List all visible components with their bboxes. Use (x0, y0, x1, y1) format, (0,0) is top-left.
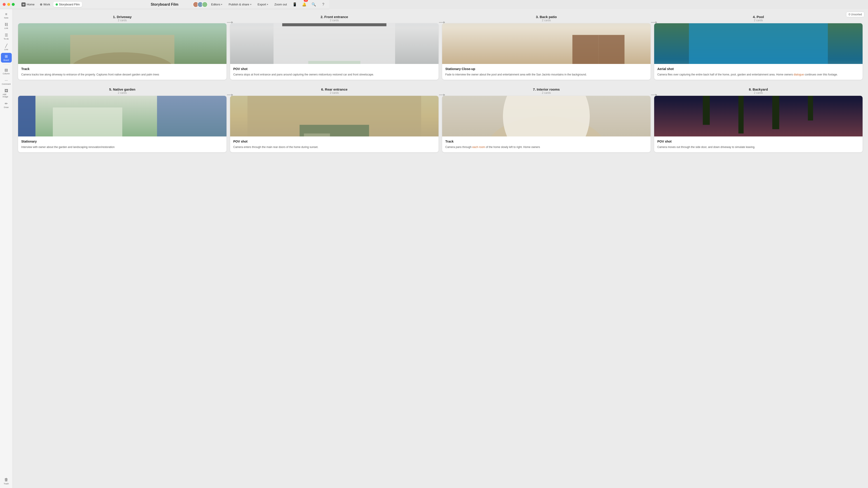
fullscreen-button[interactable] (12, 3, 15, 6)
close-button[interactable] (3, 3, 6, 6)
svg-rect-5 (308, 61, 329, 64)
storyboard-dot-icon (56, 3, 58, 6)
zoom-button[interactable]: Zoom out (273, 2, 288, 7)
export-label: Export (258, 3, 266, 6)
card-content-driveway: Track Camera tracks low along driveway t… (18, 64, 226, 80)
card-content-front: POV shot Camera stops at front entrance … (230, 64, 329, 80)
card-content-garden: Stationary Interview with owner about th… (18, 136, 226, 152)
board-row-1: 1. Driveway 2 cards (16, 13, 329, 84)
column-cardcount-driveway: 2 cards (16, 19, 228, 22)
column-header-garden: 5. Native garden 2 cards (16, 85, 228, 96)
column-title-rear: 6. Rear entrance (228, 88, 329, 91)
arrow-5-6 (227, 95, 232, 95)
card-image-front (230, 23, 329, 64)
card-desc-front: Camera stops at front entrance and pans … (233, 72, 329, 76)
sidebar-item-board[interactable]: ⊞ Board (1, 53, 12, 63)
sidebar-item-comment[interactable]: ··· Comment (1, 77, 12, 87)
board-column-driveway: 1. Driveway 2 cards (16, 13, 228, 84)
help-icon[interactable]: ? (320, 1, 327, 8)
titlebar-actions: Editors ▾ Publish & share ▾ Export ▾ Zoo… (193, 1, 327, 8)
card-desc-driveway: Camera tracks low along driveway to entr… (21, 72, 223, 76)
card-front-1[interactable]: POV shot Camera stops at front entrance … (230, 23, 329, 80)
card-garden-1[interactable]: Stationary Interview with owner about th… (18, 96, 226, 152)
editors-label: Editors (211, 3, 220, 6)
sidebar-label-link: Link (4, 27, 8, 29)
column-title-front: 2. Front entrance (228, 15, 329, 19)
tab-storyboard[interactable]: Storyboard Film (53, 2, 82, 7)
sidebar-label-column: Column (3, 72, 10, 75)
titlebar: M Home Work Storyboard Film Storyboard F… (0, 0, 329, 9)
search-icon[interactable]: 🔍 (311, 1, 317, 8)
card-desc-garden: Interview with owner about the garden an… (21, 145, 223, 149)
board-icon: ⊞ (5, 54, 8, 59)
export-button[interactable]: Export ▾ (256, 2, 270, 7)
card-image-rear (230, 96, 329, 136)
editors-chevron-icon: ▾ (221, 3, 222, 6)
svg-rect-16 (157, 96, 226, 136)
card-image-driveway (18, 23, 226, 64)
main-content: 0 Unsorted 1. Driveway 2 cards (13, 9, 329, 184)
note-icon: ≡ (5, 12, 7, 16)
publish-chevron-icon: ▾ (250, 3, 251, 6)
link-icon: ⛓ (4, 23, 8, 27)
avatar-3 (202, 2, 208, 7)
sidebar-item-draw[interactable]: ✏ Draw (1, 100, 12, 110)
svg-rect-4 (274, 23, 329, 64)
sidebar-item-link[interactable]: ⛓ Link (1, 21, 12, 31)
left-sidebar: ≡ Note ⛓ Link ☰ To-do ╱ Line ⊞ Board ▤ C… (0, 9, 13, 184)
m-icon: M (22, 2, 26, 6)
column-cardcount-rear: 2 cards (228, 91, 329, 94)
notification-icon[interactable]: 🔔 (301, 1, 307, 8)
sidebar-item-note[interactable]: ≡ Note (1, 11, 12, 20)
svg-rect-6 (282, 23, 329, 26)
arrowhead-icon (231, 21, 233, 24)
card-desc-rear: Camera enters through the main rear door… (233, 145, 329, 149)
card-image-garden (18, 96, 226, 136)
column-title-garden: 5. Native garden (16, 88, 228, 91)
draw-icon: ✏ (5, 101, 8, 106)
sidebar-item-todo[interactable]: ☰ To-do (1, 32, 12, 41)
notification-badge: 21 (304, 0, 308, 2)
avatars (193, 2, 206, 7)
sidebar-item-line[interactable]: ╱ Line (1, 42, 12, 52)
column-header-rear: 6. Rear entrance 2 cards (228, 85, 329, 96)
sidebar-label-addimage: Add image (3, 93, 10, 98)
card-title-front: POV shot (233, 67, 329, 71)
arrow-line-icon (227, 22, 232, 23)
export-chevron-icon: ▾ (267, 3, 268, 6)
tab-work-label: Work (43, 3, 50, 6)
card-driveway-1[interactable]: Track Camera tracks low along driveway t… (18, 23, 226, 80)
arrowhead-icon-5 (231, 94, 233, 96)
todo-icon: ☰ (5, 33, 8, 37)
column-header-driveway: 1. Driveway 2 cards (16, 13, 228, 23)
page-title: Storyboard Film (151, 2, 179, 6)
publish-button[interactable]: Publish & share ▾ (227, 2, 253, 7)
board-row-2: 5. Native garden 2 cards (16, 85, 329, 156)
column-title-driveway: 1. Driveway (16, 15, 228, 19)
svg-rect-21 (304, 133, 329, 136)
column-cardcount-garden: 2 cards (16, 91, 228, 94)
line-icon: ╱ (5, 43, 7, 48)
device-icon[interactable]: 📱 (291, 1, 298, 8)
card-title-rear: POV shot (233, 140, 329, 143)
work-dot-icon (40, 3, 42, 6)
tab-bar: M Home Work Storyboard Film (19, 2, 82, 7)
sidebar-label-draw: Draw (4, 106, 8, 108)
addimage-icon: 🖼 (4, 89, 8, 93)
tab-work[interactable]: Work (38, 2, 53, 7)
column-header-front: 2. Front entrance 2 cards (228, 13, 329, 23)
sidebar-item-addimage[interactable]: 🖼 Add image (1, 88, 12, 99)
svg-rect-15 (18, 96, 35, 136)
editors-button[interactable]: Editors ▾ (210, 2, 224, 7)
arrow-1-2 (227, 22, 232, 23)
comment-icon: ··· (5, 78, 8, 83)
notification-area: 🔔 21 (301, 1, 307, 8)
card-content-rear: POV shot Camera enters through the main … (230, 136, 329, 152)
sidebar-label-comment: Comment (2, 83, 11, 85)
sidebar-label-board: Board (3, 59, 9, 61)
minimize-button[interactable] (7, 3, 10, 6)
sidebar-item-column[interactable]: ▤ Column (1, 66, 12, 76)
card-rear-1[interactable]: POV shot Camera enters through the main … (230, 96, 329, 152)
tab-home[interactable]: M Home (19, 2, 37, 7)
sidebar-label-note: Note (4, 17, 8, 19)
